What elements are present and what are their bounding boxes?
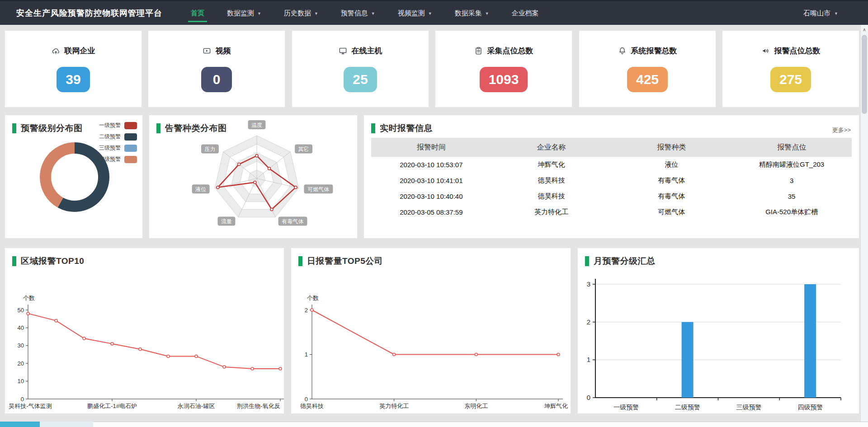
nav-item-label: 数据监测 [227, 9, 254, 17]
stat-label-row: 系统报警总数 [579, 46, 716, 56]
more-link[interactable]: 更多>> [832, 126, 851, 134]
nav-item-5[interactable]: 数据采集▼ [448, 1, 495, 25]
alarm-row-3: 2020-03-05 08:37:59英力特化工可燃气体GIA-520单体贮槽 [371, 204, 852, 220]
stat-card-5[interactable]: 报警点位总数275 [722, 31, 859, 107]
svg-text:0: 0 [21, 396, 24, 403]
app-title: 安全生产风险预警防控物联网管理平台 [16, 1, 162, 25]
alarm-cell: 英力特化工 [491, 204, 612, 220]
chevron-down-icon: ▼ [428, 11, 432, 16]
alarm-cell: 可燃气体 [612, 204, 732, 220]
alarm-cell: 德昊科技 [491, 188, 612, 204]
nav-item-label: 数据采集 [455, 9, 482, 17]
svg-text:50: 50 [18, 307, 24, 314]
stat-label-row: 联网企业 [5, 46, 142, 56]
svg-text:1: 1 [305, 351, 308, 358]
stat-card-4[interactable]: 系统报警总数425 [579, 31, 716, 107]
legend-item-2[interactable]: 三级预警 [99, 144, 137, 152]
alarm-cell: 液位 [612, 157, 732, 173]
stat-label: 联网企业 [65, 46, 95, 56]
alarm-col-header-2: 报警种类 [612, 138, 732, 157]
panel-monthly-alert-summary: 月预警分级汇总 0123一级预警二级预警三级预警四级预警 [578, 248, 859, 413]
monthly-alert-bar-chart: 0123一级预警二级预警三级预警四级预警 [578, 248, 859, 413]
stat-card-3[interactable]: 采集点位总数1093 [435, 31, 572, 107]
legend-item-0[interactable]: 一级预警 [99, 122, 137, 129]
stat-label-row: 采集点位总数 [435, 46, 572, 56]
radar-axis-label: 液位 [192, 184, 210, 193]
stat-value-badge: 1093 [480, 67, 528, 92]
scrollbar-thumb[interactable] [862, 35, 867, 114]
nav-item-label: 视频监测 [398, 9, 425, 17]
scroll-up-icon[interactable]: ∧ [861, 27, 868, 32]
alarm-col-header-3: 报警点位 [731, 138, 852, 157]
chevron-down-icon: ▼ [371, 11, 375, 16]
legend-swatch [124, 145, 137, 152]
bottom-strip [0, 422, 868, 427]
nav-item-2[interactable]: 历史数据▼ [278, 1, 325, 25]
panel-accent-bar [12, 256, 16, 266]
alarm-row-1: 2020-03-10 10:41:01德昊科技有毒气体3 [371, 173, 852, 188]
legend-item-1[interactable]: 二级预警 [99, 133, 137, 141]
chevron-down-icon: ▼ [485, 11, 489, 16]
radar-axis-label: 可燃气体 [304, 184, 333, 193]
stat-label-row: 报警点位总数 [722, 46, 859, 56]
svg-text:流量: 流量 [221, 218, 232, 225]
region-selector[interactable]: 石嘴山市▼ [803, 1, 838, 25]
bottom-accent-bar [0, 422, 40, 427]
radar-axis-label: 流量 [217, 217, 235, 226]
svg-text:2: 2 [305, 307, 308, 314]
radar-axis-label: 有毒气体 [278, 217, 307, 226]
panel-title: 实时报警信息 [380, 122, 433, 134]
video-icon [203, 47, 211, 55]
svg-text:三级预警: 三级预警 [736, 404, 761, 411]
panel-daily-alarm-top5: 日报警量TOP5公司 012个数德昊科技英力特化工东明化工坤辉气化 [291, 248, 571, 413]
svg-text:20: 20 [18, 360, 24, 367]
chevron-down-icon: ▼ [257, 11, 261, 16]
nav-item-4[interactable]: 视频监测▼ [392, 1, 439, 25]
bottom-accent-bar-light [40, 422, 93, 427]
svg-text:荆洪生物-氧化反: 荆洪生物-氧化反 [237, 403, 280, 409]
legend-item-3[interactable]: 四级预警 [99, 155, 137, 163]
panel-accent-bar [585, 256, 589, 266]
nav-item-1[interactable]: 数据监测▼ [221, 1, 268, 25]
stat-value-badge: 39 [57, 67, 90, 92]
speaker-icon [761, 47, 770, 55]
stat-value-badge: 275 [770, 67, 811, 92]
panel-accent-bar [298, 256, 302, 266]
alarm-col-header-0: 报警时间 [371, 138, 491, 157]
stat-value-badge: 0 [201, 67, 232, 92]
vertical-scrollbar[interactable]: ∧ [860, 25, 868, 422]
stat-card-1[interactable]: 视频0 [148, 31, 285, 107]
nav-item-3[interactable]: 预警信息▼ [335, 1, 382, 25]
alarm-cell: 有毒气体 [612, 188, 732, 204]
chevron-down-icon: ▼ [834, 11, 838, 16]
legend-swatch [124, 133, 137, 141]
monitor-icon [339, 47, 347, 55]
svg-text:30: 30 [18, 342, 24, 349]
svg-text:个数: 个数 [307, 295, 319, 301]
svg-text:可燃气体: 可燃气体 [307, 186, 329, 192]
panel-alarm-type-distribution: 告警种类分布图 温度其它可燃气体有毒气体流量液位压力 [149, 115, 357, 238]
stat-card-0[interactable]: 联网企业39 [5, 31, 142, 107]
svg-text:鹏盛化工-1#电石炉: 鹏盛化工-1#电石炉 [87, 403, 137, 409]
alarm-cell: 2020-03-10 10:53:07 [371, 157, 491, 173]
bell-icon [618, 47, 627, 55]
stat-label-row: 在线主机 [292, 46, 429, 56]
svg-text:个数: 个数 [23, 295, 35, 301]
svg-text:40: 40 [18, 324, 24, 331]
svg-text:液位: 液位 [195, 186, 206, 192]
svg-text:压力: 压力 [204, 146, 215, 152]
svg-text:0: 0 [587, 394, 590, 401]
svg-text:坤辉气化: 坤辉气化 [544, 403, 568, 409]
panel-title: 告警种类分布图 [165, 122, 227, 134]
nav-item-6[interactable]: 企业档案 [505, 1, 545, 25]
svg-text:有毒气体: 有毒气体 [282, 218, 304, 225]
alarm-cell: 坤辉气化 [491, 157, 612, 173]
alarm-cell: 2020-03-05 08:37:59 [371, 204, 491, 220]
stat-label: 视频 [216, 46, 231, 56]
svg-text:10: 10 [18, 378, 24, 385]
nav-item-0[interactable]: 首页 [184, 1, 211, 25]
legend-label: 二级预警 [99, 133, 121, 141]
stat-card-2[interactable]: 在线主机25 [292, 31, 429, 107]
alarm-cell: 德昊科技 [491, 173, 612, 188]
nav-item-label: 企业档案 [512, 9, 539, 17]
